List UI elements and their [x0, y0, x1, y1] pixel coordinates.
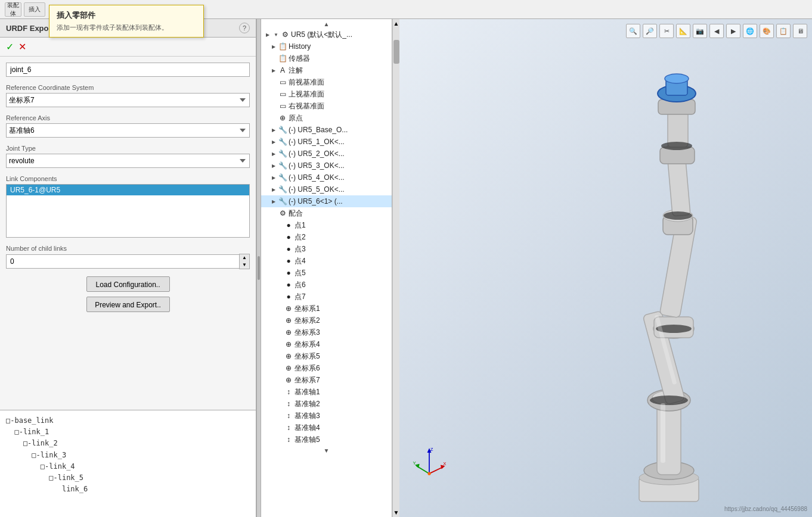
- scrollbar-down[interactable]: ▼: [393, 508, 399, 517]
- tree-item-label: 坐标系5: [295, 351, 320, 362]
- tree-item-label: 点5: [295, 268, 306, 278]
- tree-item[interactable]: ⊕坐标系2: [261, 314, 392, 326]
- tree-item[interactable]: 📋传感器: [261, 52, 392, 64]
- confirm-action[interactable]: ✓: [6, 41, 14, 52]
- tree-scrollbar[interactable]: ▲ ▼: [392, 19, 399, 517]
- tree-line-5: □-link_5: [6, 472, 250, 484]
- tree-item[interactable]: ▭右视基准面: [261, 100, 392, 112]
- tree-item[interactable]: ↕基准轴3: [261, 410, 392, 422]
- tree-item-icon: 🔧: [278, 197, 287, 206]
- tree-item[interactable]: ⊕坐标系7: [261, 374, 392, 386]
- vp-monitor-icon[interactable]: 🖥: [793, 24, 807, 38]
- tree-item-label: 上视基准面: [289, 89, 324, 99]
- tree-item-arrow: [275, 435, 284, 444]
- tree-item[interactable]: ▭上视基准面: [261, 88, 392, 100]
- svg-text:Z: Z: [430, 447, 433, 452]
- child-links-field-wrap: ▲ ▼: [6, 254, 250, 269]
- joint-type-label: Joint Type: [6, 145, 250, 152]
- toolbar-btn-2[interactable]: 插入: [24, 2, 45, 17]
- link-components-group: Link Components UR5_6-1@UR5: [6, 175, 250, 238]
- tree-item[interactable]: ●点5: [261, 267, 392, 279]
- tree-item[interactable]: ●点4: [261, 255, 392, 267]
- tree-item[interactable]: ▶🔧(-) UR5_4_OK<...: [261, 172, 392, 183]
- load-config-button[interactable]: Load Configuration..: [86, 276, 170, 292]
- tree-item-icon: ⊕: [284, 340, 293, 349]
- tree-item[interactable]: ▶🔧(-) UR5_Base_O...: [261, 124, 392, 136]
- link-components-list[interactable]: UR5_6-1@UR5: [6, 184, 250, 238]
- tree-item[interactable]: ⊕坐标系6: [261, 362, 392, 374]
- watermark: https://jjbz.cadno/qq_44456988: [724, 506, 807, 512]
- tree-item[interactable]: ⚙配合: [261, 207, 392, 219]
- panel-splitter[interactable]: [256, 19, 261, 517]
- tree-line-3: □-link_3: [6, 450, 250, 461]
- tree-item-icon: ↕: [284, 411, 293, 421]
- svg-rect-23: [661, 403, 665, 463]
- tree-item-icon: ↕: [284, 423, 293, 432]
- tree-item-icon: 🔧: [278, 149, 287, 158]
- tree-item[interactable]: ⊕坐标系5: [261, 350, 392, 362]
- tree-item-arrow: [275, 388, 284, 396]
- tree-root-text: UR5 (默认<默认_...: [291, 30, 352, 40]
- vp-palette-icon[interactable]: 🎨: [760, 24, 774, 38]
- joint-name-input[interactable]: [6, 63, 250, 77]
- svg-point-18: [665, 74, 689, 83]
- link-components-label: Link Components: [6, 175, 250, 182]
- tree-item-arrow: [275, 423, 284, 432]
- tree-item[interactable]: ▶🔧(-) UR5_5_OK<...: [261, 183, 392, 195]
- tree-item-icon: ●: [284, 232, 293, 242]
- tree-item[interactable]: ↕基准轴4: [261, 422, 392, 434]
- tree-item[interactable]: ↕基准轴1: [261, 386, 392, 398]
- tree-item[interactable]: ▶🔧(-) UR5_6<1> (...: [261, 195, 392, 207]
- tree-item[interactable]: ●点2: [261, 231, 392, 243]
- ref-coord-select[interactable]: 坐标系7: [6, 93, 250, 107]
- child-links-input[interactable]: [6, 254, 239, 269]
- child-links-spinners: ▲ ▼: [239, 254, 250, 269]
- tree-item[interactable]: ⊕原点: [261, 112, 392, 124]
- tree-item-label: 基准轴2: [295, 399, 320, 409]
- ref-axis-select[interactable]: 基准轴6: [6, 123, 250, 138]
- cancel-action[interactable]: ✕: [18, 41, 26, 52]
- link-component-item[interactable]: UR5_6-1@UR5: [7, 185, 249, 195]
- tree-item[interactable]: ↕基准轴2: [261, 398, 392, 410]
- svg-text:Y: Y: [413, 460, 416, 466]
- tree-item[interactable]: ▭前视基准面: [261, 76, 392, 88]
- spinner-up[interactable]: ▲: [240, 254, 249, 261]
- tree-item-icon: ●: [284, 268, 293, 278]
- toolbar-btn-1[interactable]: 装配体: [5, 2, 21, 17]
- tree-item[interactable]: ●点1: [261, 219, 392, 231]
- tree-item[interactable]: ▶A注解: [261, 64, 392, 76]
- tree-item[interactable]: ▶🔧(-) UR5_3_OK<...: [261, 160, 392, 172]
- tree-scroll-down[interactable]: ▼: [261, 446, 392, 455]
- tree-item-icon: ▭: [278, 77, 287, 87]
- tree-item[interactable]: ●点7: [261, 291, 392, 303]
- spinner-down[interactable]: ▼: [240, 261, 249, 269]
- tree-item-arrow: [275, 257, 284, 265]
- joint-type-select[interactable]: revolute: [6, 154, 250, 168]
- tree-item[interactable]: ⊕坐标系4: [261, 338, 392, 350]
- tree-item[interactable]: ●点3: [261, 243, 392, 255]
- tree-root[interactable]: ▶ ▼ ⚙ UR5 (默认<默认_...: [261, 29, 392, 41]
- help-button[interactable]: ?: [239, 23, 250, 33]
- tree-item-icon: 🔧: [278, 173, 287, 182]
- tree-item-label: 注解: [289, 66, 303, 76]
- tree-item-arrow: ▶: [269, 185, 278, 194]
- tree-item[interactable]: ●点6: [261, 279, 392, 291]
- action-buttons: Load Configuration.. Preview and Export.…: [6, 276, 250, 312]
- scrollbar-thumb[interactable]: [393, 40, 399, 64]
- joint-type-group: Joint Type revolute: [6, 145, 250, 168]
- preview-export-button[interactable]: Preview and Export..: [86, 297, 170, 312]
- tree-item-arrow: [275, 376, 284, 384]
- tree-line-6: link_6: [6, 484, 250, 495]
- tree-item[interactable]: ↕基准轴5: [261, 434, 392, 446]
- tree-item-arrow: [275, 304, 284, 313]
- scrollbar-up[interactable]: ▲: [393, 19, 399, 28]
- vp-clipboard-icon[interactable]: 📋: [776, 24, 791, 38]
- tree-item[interactable]: ▶🔧(-) UR5_2_OK<...: [261, 148, 392, 160]
- tree-scroll-up[interactable]: ▲: [261, 19, 392, 29]
- tree-item-label: 右视基准面: [289, 101, 324, 111]
- joint-name-group: [6, 63, 250, 77]
- tree-item[interactable]: ⊕坐标系1: [261, 303, 392, 314]
- tree-item[interactable]: ⊕坐标系3: [261, 326, 392, 338]
- tree-item[interactable]: ▶🔧(-) UR5_1_OK<...: [261, 136, 392, 148]
- tree-item[interactable]: ▶📋History: [261, 41, 392, 52]
